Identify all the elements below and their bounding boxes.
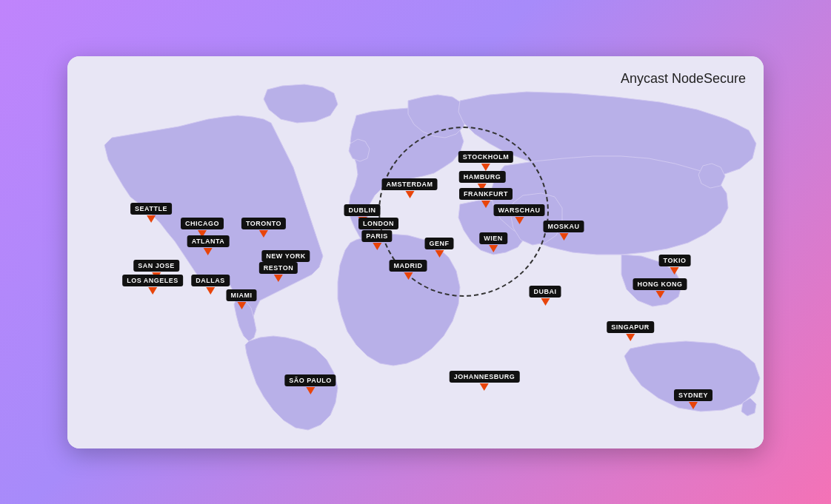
marker-toronto: TORONTO [241,218,286,238]
marker-dallas: DALLAS [191,275,230,295]
marker-label-new-york: NEW YORK [261,250,310,262]
marker-sao-paulo: SÃO PAULO [284,374,336,394]
marker-label-london: LONDON [358,218,398,229]
marker-pin-singapur [626,334,635,341]
marker-label-toronto: TORONTO [241,218,286,229]
marker-pin-moskau [559,233,568,241]
marker-miami: MIAMI [227,289,257,309]
marker-pin-sydney [689,402,698,409]
marker-pin-seattle [147,215,156,223]
marker-hong-kong: HONG KONG [633,278,687,298]
marker-los-angeles: LOS ANGELES [122,275,183,295]
marker-label-miami: MIAMI [227,289,257,301]
marker-label-moskau: MOSKAU [544,221,584,232]
world-map [67,56,764,448]
marker-pin-madrid [404,272,413,280]
marker-label-madrid: MADRID [390,260,427,272]
marker-warschau: WARSCHAU [494,204,545,224]
marker-wien: WIEN [479,232,507,252]
marker-pin-miami [237,302,246,309]
marker-moskau: MOSKAU [544,221,584,241]
marker-stockholm: STOCKHOLM [458,151,513,171]
marker-reston: RESTON [259,262,298,282]
marker-pin-los-angeles [148,287,157,295]
marker-label-warschau: WARSCHAU [494,204,545,216]
marker-sydney: SYDNEY [674,389,712,409]
marker-pin-tokio [670,267,679,275]
marker-pin-wien [489,245,498,252]
marker-tokio: TOKIO [659,255,691,275]
marker-label-san-jose: SAN JOSE [133,260,179,272]
marker-label-atlanta: ATLANTA [187,235,230,247]
marker-label-dallas: DALLAS [191,275,230,286]
marker-label-johannesburg: JOHANNESBURG [450,371,520,383]
marker-paris: PARIS [361,230,392,250]
marker-seattle: SEATTLE [130,203,172,223]
marker-genf: GENF [424,238,453,258]
marker-dubai: DUBAI [530,286,561,306]
marker-pin-dubai [541,298,550,306]
marker-pin-warschau [515,217,524,224]
main-card: Anycast NodeSecure [67,56,764,448]
marker-label-genf: GENF [424,238,453,249]
marker-label-reston: RESTON [259,262,298,274]
marker-label-amsterdam: AMSTERDAM [382,178,438,190]
marker-pin-dallas [206,287,215,295]
marker-atlanta: ATLANTA [187,235,230,255]
marker-johannesburg: JOHANNESBURG [450,371,520,391]
marker-label-hong-kong: HONG KONG [633,278,687,290]
marker-pin-amsterdam [405,191,414,198]
marker-label-frankfurt: FRANKFURT [459,188,513,200]
marker-label-stockholm: STOCKHOLM [458,151,513,163]
marker-chicago: CHICAGO [181,218,224,238]
marker-pin-toronto [259,230,268,238]
marker-pin-stockholm [481,164,490,171]
marker-pin-atlanta [204,248,213,255]
marker-label-hamburg: HAMBURG [459,171,506,183]
marker-label-singapur: SINGAPUR [607,321,654,333]
marker-label-wien: WIEN [479,232,507,244]
marker-madrid: MADRID [390,260,427,280]
marker-label-dublin: DUBLIN [344,204,381,216]
marker-label-tokio: TOKIO [659,255,691,266]
marker-pin-frankfurt [481,201,490,208]
marker-pin-paris [373,243,381,250]
marker-pin-hong-kong [655,291,664,298]
marker-label-paris: PARIS [361,230,392,242]
marker-pin-johannesburg [480,383,489,391]
card-title: Anycast NodeSecure [621,71,746,87]
marker-label-chicago: CHICAGO [181,218,224,229]
marker-label-sydney: SYDNEY [674,389,712,401]
marker-label-los-angeles: LOS ANGELES [122,275,183,286]
marker-amsterdam: AMSTERDAM [382,178,438,198]
marker-label-sao-paulo: SÃO PAULO [284,374,336,386]
marker-singapur: SINGAPUR [607,321,654,341]
marker-pin-sao-paulo [306,387,315,394]
marker-label-dubai: DUBAI [530,286,561,298]
marker-pin-reston [274,275,283,282]
marker-pin-genf [435,250,444,258]
marker-label-seattle: SEATTLE [130,203,172,215]
